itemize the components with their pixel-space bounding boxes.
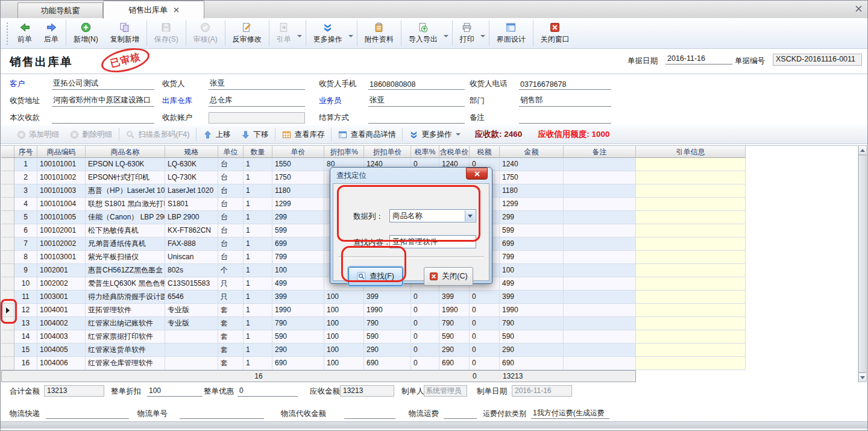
table-cell[interactable]	[564, 158, 636, 171]
table-cell[interactable]: 3	[14, 184, 37, 198]
table-cell[interactable]	[636, 304, 746, 317]
column-header[interactable]: 规格	[165, 146, 218, 158]
remark-field[interactable]	[519, 122, 611, 124]
table-cell[interactable]: 10	[14, 277, 37, 291]
table-cell[interactable]: LBP 2900	[165, 211, 218, 224]
table-cell[interactable]: 100103001	[37, 251, 86, 264]
table-cell[interactable]: 590	[500, 330, 564, 344]
table-cell[interactable]	[564, 171, 636, 184]
table-cell[interactable]: 590	[364, 330, 411, 344]
table-cell[interactable]: 1004006	[37, 357, 86, 370]
table-cell[interactable]: 12	[14, 304, 37, 317]
table-cell[interactable]: 15	[14, 344, 37, 357]
table-cell[interactable]: 0	[470, 330, 500, 344]
table-cell[interactable]: 台	[218, 171, 244, 184]
row-marker[interactable]	[1, 224, 14, 238]
table-cell[interactable]: 1750	[272, 171, 324, 184]
table-cell[interactable]	[564, 184, 636, 198]
table-cell[interactable]: 1	[244, 171, 272, 184]
table-cell[interactable]: 1004001	[37, 304, 86, 317]
table-cell[interactable]: 790	[500, 317, 564, 330]
table-cell[interactable]: 799	[500, 251, 564, 264]
table-cell[interactable]: 299	[500, 211, 564, 224]
table-cell[interactable]: 1	[244, 291, 272, 304]
table-cell[interactable]: 100101002	[37, 171, 86, 184]
table-cell[interactable]: 0	[470, 357, 500, 370]
table-cell[interactable]: 1	[244, 211, 272, 224]
table-cell[interactable]	[636, 277, 746, 291]
salesman-field[interactable]: 张亚	[368, 95, 465, 107]
prev-doc-button[interactable]: 前单	[11, 20, 38, 46]
table-cell[interactable]: 0	[470, 304, 500, 317]
column-header[interactable]: 商品名称	[86, 146, 165, 158]
table-cell[interactable]	[564, 211, 636, 224]
table-cell[interactable]: 802s	[165, 264, 218, 277]
column-header[interactable]: 金额	[500, 146, 564, 158]
table-cell[interactable]: 惠普CH561ZZ黑色墨盒	[86, 264, 165, 277]
table-cell[interactable]	[564, 344, 636, 357]
row-marker[interactable]	[1, 251, 14, 264]
table-cell[interactable]	[636, 330, 746, 344]
dropdown-caret-icon[interactable]	[297, 35, 302, 40]
dropdown-caret-icon[interactable]	[348, 35, 353, 40]
table-cell[interactable]: 1550	[272, 158, 324, 171]
table-cell[interactable]	[564, 357, 636, 370]
table-cell[interactable]: 1002002	[37, 277, 86, 291]
table-cell[interactable]: 1	[244, 158, 272, 171]
import-export-button[interactable]: 导入导出	[403, 20, 444, 46]
mobile-field[interactable]: 18608080808	[368, 80, 465, 90]
warehouse-field[interactable]: 总仓库	[209, 95, 305, 107]
table-cell[interactable]: 松下热敏传真机	[86, 224, 165, 238]
table-cell[interactable]: 799	[272, 251, 324, 264]
table-cell[interactable]: 1299	[500, 198, 564, 211]
consignee-field[interactable]: 张亚	[209, 78, 305, 90]
column-header[interactable]: 折扣单价	[364, 146, 411, 158]
table-cell[interactable]: 100	[324, 317, 364, 330]
table-cell[interactable]: 399	[439, 291, 470, 304]
column-header[interactable]: 序号	[14, 146, 37, 158]
table-cell[interactable]: 100	[324, 344, 364, 357]
table-cell[interactable]: 紫光平板扫描仪	[86, 251, 165, 264]
data-column-select[interactable]: 商品名称	[389, 209, 476, 222]
table-cell[interactable]: 790	[364, 317, 411, 330]
logistics-freight-field[interactable]	[444, 408, 477, 419]
order-discount-field[interactable]: 100	[147, 386, 203, 397]
table-cell[interactable]: 599	[272, 224, 324, 238]
table-cell[interactable]: 9	[14, 264, 37, 277]
table-cell[interactable]: 100	[324, 357, 364, 370]
salesman-label[interactable]: 业务员	[319, 96, 368, 107]
table-cell[interactable]: 0	[470, 344, 500, 357]
table-cell[interactable]: LaserJet 1020	[165, 184, 218, 198]
table-cell[interactable]: 1	[244, 277, 272, 291]
row-marker[interactable]	[1, 198, 14, 211]
table-cell[interactable]: 亚拓管理软件	[86, 304, 165, 317]
table-cell[interactable]	[636, 158, 746, 171]
tab-sales-outbound[interactable]: 销售出库单	[103, 1, 204, 19]
table-cell[interactable]	[564, 198, 636, 211]
order-privilege-field[interactable]: 0	[237, 386, 298, 397]
table-cell[interactable]: 7	[14, 238, 37, 251]
tab-function-nav[interactable]: 功能导航窗	[17, 2, 103, 18]
table-cell[interactable]: S1801	[165, 198, 218, 211]
find-button[interactable]: 查找(F)	[348, 267, 403, 286]
column-header[interactable]: 折扣率%	[324, 146, 364, 158]
table-cell[interactable]: 1	[244, 198, 272, 211]
table-cell[interactable]: 6	[14, 224, 37, 238]
table-cell[interactable]: 690	[272, 357, 324, 370]
column-header[interactable]: 税率%	[411, 146, 439, 158]
column-header[interactable]: 引单信息	[636, 146, 746, 158]
table-cell[interactable]: 590	[439, 330, 470, 344]
table-cell[interactable]	[564, 251, 636, 264]
column-header[interactable]: 备注	[564, 146, 636, 158]
table-cell[interactable]: C13S015583	[165, 277, 218, 291]
table-cell[interactable]: 1	[244, 304, 272, 317]
combo-dropdown-button[interactable]	[465, 210, 475, 221]
table-cell[interactable]: 红管家出纳记账软件	[86, 317, 165, 330]
table-cell[interactable]	[636, 238, 746, 251]
table-cell[interactable]: 套	[218, 304, 244, 317]
table-cell[interactable]: 台	[218, 158, 244, 171]
table-cell[interactable]: 690	[439, 357, 470, 370]
table-cell[interactable]: 290	[439, 344, 470, 357]
table-cell[interactable]: 590	[272, 330, 324, 344]
table-cell[interactable]	[564, 330, 636, 344]
